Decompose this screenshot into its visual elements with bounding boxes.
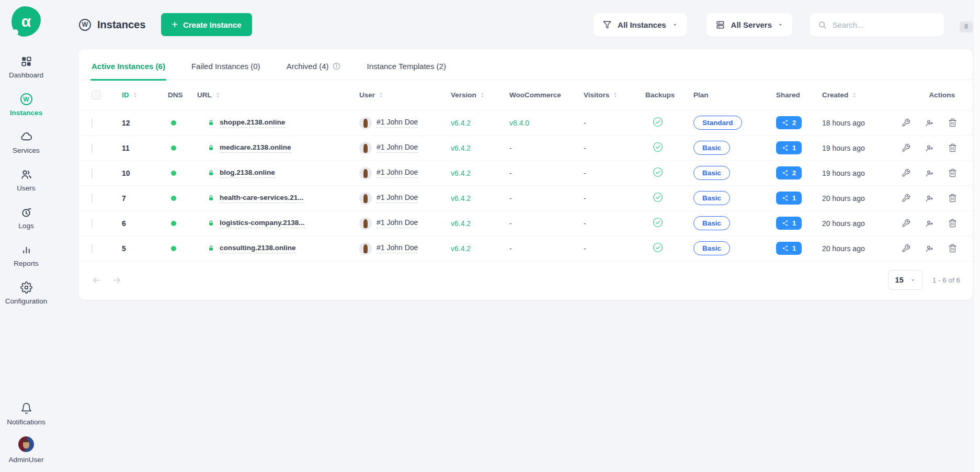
- sidebar-item-dashboard[interactable]: Dashboard: [3, 55, 50, 79]
- sidebar-item-users[interactable]: Users: [3, 168, 50, 192]
- sidebar-item-label: Instances: [10, 109, 42, 117]
- site-link[interactable]: logistics-company.2138...: [197, 216, 359, 230]
- sidebar-item-logs[interactable]: Logs: [3, 206, 50, 230]
- ssl-lock-icon: [206, 118, 216, 128]
- search-input[interactable]: [833, 20, 936, 29]
- manage-instance-button[interactable]: [902, 244, 910, 253]
- user-name[interactable]: #1 John Doe: [377, 243, 418, 253]
- manage-instance-button[interactable]: [902, 143, 910, 153]
- instances-filter-dropdown[interactable]: All Instances: [594, 13, 687, 37]
- login-as-user-button[interactable]: [925, 118, 934, 128]
- sidebar-item-instances[interactable]: W Instances: [3, 93, 50, 117]
- row-checkbox[interactable]: [92, 118, 93, 128]
- sidebar-item-services[interactable]: Services: [3, 131, 50, 154]
- tab-failed-instances[interactable]: Failed Instances (0): [190, 49, 261, 80]
- row-checkbox[interactable]: [92, 194, 93, 203]
- shared-badge[interactable]: 1: [776, 242, 802, 255]
- visitors-value: -: [584, 144, 645, 152]
- user-link[interactable]: #1 John Doe: [359, 142, 451, 154]
- table-row: 6 logistics-company.2138... #1: [79, 211, 973, 236]
- manage-instance-button[interactable]: [902, 194, 910, 203]
- user-name[interactable]: #1 John Doe: [377, 218, 418, 228]
- column-header-created[interactable]: Created: [822, 91, 902, 99]
- delete-instance-button[interactable]: [948, 194, 957, 203]
- tab-instance-templates[interactable]: Instance Templates (2): [366, 49, 447, 80]
- column-header-url[interactable]: URL: [197, 91, 359, 99]
- pagination-bar: 15 1 - 6 of 6: [79, 261, 973, 300]
- sidebar-item-configuration[interactable]: Configuration: [3, 282, 50, 305]
- user-link[interactable]: #1 John Doe: [359, 117, 451, 129]
- user-link[interactable]: #1 John Doe: [359, 217, 451, 230]
- column-header-version[interactable]: Version: [451, 91, 509, 99]
- notifications-button[interactable]: Notifications: [3, 402, 50, 426]
- select-all-checkbox[interactable]: [92, 91, 101, 100]
- site-link[interactable]: health-care-services.21...: [197, 191, 359, 205]
- servers-filter-dropdown[interactable]: All Servers: [706, 13, 792, 37]
- site-url[interactable]: consulting.2138.online: [220, 244, 296, 253]
- user-name[interactable]: #1 John Doe: [377, 143, 418, 153]
- shared-badge[interactable]: 1: [776, 217, 802, 230]
- column-header-visitors[interactable]: Visitors: [584, 91, 645, 99]
- sort-icon[interactable]: [612, 92, 619, 98]
- site-url[interactable]: health-care-services.21...: [220, 194, 304, 203]
- delete-instance-button[interactable]: [948, 244, 957, 253]
- site-url[interactable]: shoppe.2138.online: [220, 118, 285, 128]
- column-header-user[interactable]: User: [359, 91, 451, 99]
- create-instance-button[interactable]: + Create Instance: [161, 13, 252, 36]
- sort-icon[interactable]: [851, 92, 858, 98]
- manage-instance-button[interactable]: [902, 118, 910, 128]
- site-link[interactable]: shoppe.2138.online: [197, 116, 359, 130]
- delete-instance-button[interactable]: [948, 219, 957, 228]
- tab-active-instances[interactable]: Active Instances (6): [90, 49, 166, 80]
- woocommerce-version: v8.4.0: [509, 119, 584, 127]
- avatar: [18, 436, 34, 452]
- tab-archived[interactable]: Archived (4): [286, 49, 342, 80]
- row-checkbox[interactable]: [92, 219, 93, 228]
- sidebar-item-reports[interactable]: Reports: [3, 244, 50, 267]
- site-url[interactable]: medicare.2138.online: [220, 143, 291, 153]
- page-size-select[interactable]: 15: [888, 270, 923, 290]
- manage-instance-button[interactable]: [902, 168, 910, 178]
- user-link[interactable]: #1 John Doe: [359, 167, 451, 179]
- delete-instance-button[interactable]: [948, 168, 957, 178]
- bell-icon: [20, 402, 32, 414]
- sort-icon[interactable]: [479, 92, 486, 98]
- login-as-user-button[interactable]: [925, 168, 934, 178]
- user-link[interactable]: #1 John Doe: [359, 192, 451, 205]
- visitors-value: -: [584, 244, 645, 253]
- shared-badge[interactable]: 1: [776, 192, 802, 205]
- next-page-button[interactable]: [112, 275, 122, 285]
- login-as-user-button[interactable]: [925, 219, 934, 228]
- site-link[interactable]: medicare.2138.online: [197, 141, 359, 155]
- login-as-user-button[interactable]: [925, 143, 934, 153]
- user-name[interactable]: #1 John Doe: [377, 118, 418, 128]
- row-checkbox[interactable]: [92, 244, 93, 253]
- row-checkbox[interactable]: [92, 168, 93, 178]
- login-as-user-button[interactable]: [925, 244, 934, 253]
- site-url[interactable]: logistics-company.2138...: [220, 219, 305, 228]
- delete-instance-button[interactable]: [948, 143, 957, 153]
- manage-instance-button[interactable]: [902, 219, 910, 228]
- scrollbar[interactable]: [973, 0, 980, 472]
- sort-icon[interactable]: [214, 92, 221, 98]
- login-as-user-button[interactable]: [925, 194, 934, 203]
- site-link[interactable]: blog.2138.online: [197, 166, 359, 180]
- user-name[interactable]: #1 John Doe: [377, 193, 418, 203]
- column-header-id[interactable]: ID: [122, 91, 168, 99]
- sort-icon[interactable]: [378, 92, 384, 98]
- shared-badge[interactable]: 2: [776, 166, 802, 179]
- admin-user-menu[interactable]: AdminUser: [3, 436, 50, 464]
- user-name[interactable]: #1 John Doe: [377, 168, 418, 178]
- site-link[interactable]: consulting.2138.online: [197, 241, 359, 255]
- visitors-value: -: [584, 194, 645, 203]
- site-url[interactable]: blog.2138.online: [220, 168, 275, 178]
- row-checkbox[interactable]: [92, 143, 93, 153]
- shared-badge[interactable]: 2: [776, 116, 802, 129]
- sort-icon[interactable]: [132, 92, 139, 98]
- user-link[interactable]: #1 John Doe: [359, 242, 451, 255]
- previous-page-button[interactable]: [92, 275, 101, 285]
- delete-instance-button[interactable]: [948, 118, 957, 128]
- app-logo[interactable]: α: [12, 6, 41, 37]
- column-header-backups: Backups: [645, 91, 693, 99]
- shared-badge[interactable]: 1: [776, 141, 802, 154]
